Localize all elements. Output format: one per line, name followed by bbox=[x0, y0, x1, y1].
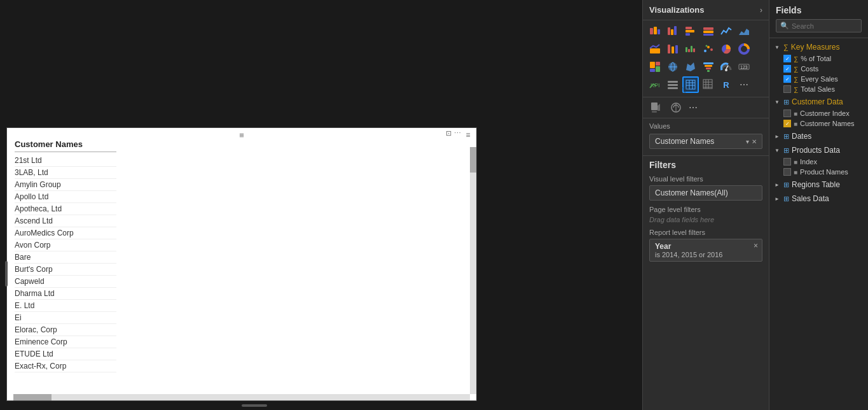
field-item[interactable]: ✓■Customer Names bbox=[769, 118, 868, 129]
field-item-checkbox[interactable] bbox=[783, 168, 791, 176]
svg-rect-28 bbox=[656, 62, 660, 66]
scrollbar-thumb-v[interactable] bbox=[470, 147, 476, 173]
fields-title: Fields bbox=[776, 5, 862, 15]
field-item[interactable]: ■Index bbox=[769, 157, 868, 167]
more-icon[interactable]: ⋯ bbox=[454, 129, 461, 138]
r-script-icon[interactable]: R bbox=[718, 76, 734, 93]
fields-list: ▼∑Key Measures✓∑% of Total✓∑Costs✓∑Every… bbox=[769, 38, 868, 410]
customer-names-chip[interactable]: Customer Names ▾ ✕ bbox=[649, 134, 762, 149]
field-item[interactable]: ■Product Names bbox=[769, 167, 868, 177]
table-visual[interactable]: ≡ ≡ ⊡ ⋯ Customer Names 21st Ltd3LAB, Ltd… bbox=[6, 127, 477, 401]
report-filter-close[interactable]: × bbox=[754, 241, 758, 250]
field-item[interactable]: ∑Total Sales bbox=[769, 84, 868, 94]
field-group: ►⊞Regions Table bbox=[769, 178, 868, 191]
stacked-bar-h-icon[interactable] bbox=[682, 23, 699, 39]
svg-rect-8 bbox=[685, 33, 690, 36]
visual-top-icons: ⊡ ⋯ bbox=[446, 129, 461, 138]
field-item-type-icon: ■ bbox=[794, 120, 797, 127]
svg-rect-14 bbox=[668, 45, 670, 53]
field-item-checkbox[interactable] bbox=[783, 110, 791, 117]
slicer-icon[interactable] bbox=[665, 76, 681, 93]
field-item-name: Index bbox=[800, 158, 817, 166]
report-filter-chip[interactable]: Year is 2014, 2015 or 2016 × bbox=[649, 239, 762, 262]
chip-dropdown[interactable]: ▾ bbox=[746, 138, 749, 145]
field-item-checkbox[interactable]: ✓ bbox=[783, 65, 791, 73]
field-item[interactable]: ✓∑% of Total bbox=[769, 53, 868, 64]
svg-rect-46 bbox=[686, 80, 695, 89]
area-chart-icon[interactable] bbox=[736, 23, 752, 39]
resize-handle-bottom[interactable] bbox=[242, 404, 267, 407]
field-item-checkbox[interactable]: ✓ bbox=[783, 55, 791, 62]
field-item-checkbox[interactable] bbox=[783, 85, 791, 93]
format-paint-icon[interactable] bbox=[647, 99, 665, 117]
donut-chart-icon[interactable] bbox=[736, 41, 752, 57]
field-item-name: Customer Names bbox=[800, 120, 855, 127]
expand-icon[interactable]: ⊡ bbox=[446, 129, 451, 138]
svg-rect-7 bbox=[685, 30, 694, 32]
field-group-header[interactable]: ▼⊞Products Data bbox=[769, 144, 868, 157]
table-content: Customer Names 21st Ltd3LAB, LtdAmylin G… bbox=[7, 134, 476, 407]
table-row: Avon Corp bbox=[15, 239, 116, 251]
field-group: ▼⊞Products Data■Index■Product Names bbox=[769, 144, 868, 177]
viz-icons-container: 123 KPI ☞ R ⋯ bbox=[643, 20, 769, 97]
svg-rect-19 bbox=[691, 46, 692, 52]
gauge-icon[interactable] bbox=[718, 59, 734, 75]
field-item[interactable]: ✓∑Every Sales bbox=[769, 74, 868, 84]
field-group-type-icon: ⊞ bbox=[783, 146, 789, 155]
scrollbar-thumb-h[interactable] bbox=[13, 394, 52, 400]
pie-chart-icon[interactable] bbox=[718, 41, 734, 57]
ribbon-chart-icon[interactable] bbox=[665, 41, 681, 57]
treemap-icon[interactable] bbox=[647, 59, 663, 75]
viz-panel-header: Visualizations › bbox=[643, 0, 769, 20]
table-row: ETUDE Ltd bbox=[15, 348, 116, 360]
viz-panel-collapse-arrow[interactable]: › bbox=[760, 6, 762, 15]
waterfall-icon[interactable] bbox=[682, 41, 699, 57]
search-input[interactable] bbox=[792, 22, 857, 30]
field-item[interactable]: ✓∑Costs bbox=[769, 64, 868, 74]
field-item-checkbox[interactable]: ✓ bbox=[783, 120, 791, 127]
field-group-header[interactable]: ►⊞Sales Data bbox=[769, 192, 868, 205]
chip-close[interactable]: ✕ bbox=[752, 138, 757, 145]
hamburger-icon[interactable]: ≡ bbox=[462, 129, 474, 141]
more-visuals-icon[interactable]: ⋯ bbox=[736, 76, 752, 93]
svg-rect-45 bbox=[668, 87, 678, 89]
analytics-icon[interactable] bbox=[667, 99, 685, 117]
more-options-icon[interactable]: ⋯ bbox=[689, 102, 698, 113]
line-chart-icon[interactable] bbox=[718, 23, 734, 39]
table-row: Bare bbox=[15, 251, 116, 264]
field-item[interactable]: ■Customer Index bbox=[769, 108, 868, 118]
map-icon[interactable] bbox=[665, 59, 681, 75]
scrollbar-vertical[interactable] bbox=[470, 147, 476, 394]
100-bar-icon[interactable] bbox=[700, 23, 717, 39]
field-group-name: Key Measures bbox=[791, 43, 863, 52]
field-item-checkbox[interactable] bbox=[783, 158, 791, 166]
field-group-header[interactable]: ►⊞Regions Table bbox=[769, 178, 868, 191]
kpi-icon[interactable]: KPI bbox=[647, 76, 663, 93]
viz-icons-row-4: KPI ☞ R ⋯ bbox=[647, 76, 765, 93]
viz-icons-row-2 bbox=[647, 41, 765, 57]
card-icon[interactable]: 123 bbox=[736, 59, 752, 75]
visual-filter-chip[interactable]: Customer Names(All) bbox=[649, 185, 762, 201]
fields-search-bar[interactable]: 🔍 bbox=[776, 19, 862, 32]
field-item-name: Customer Index bbox=[800, 110, 850, 117]
field-group-header[interactable]: ►⊞Dates bbox=[769, 130, 868, 143]
table-viz-icon[interactable]: ☞ bbox=[682, 76, 699, 93]
stacked-bar-icon[interactable] bbox=[647, 23, 663, 39]
center-align-icon: ≡ bbox=[239, 129, 244, 141]
viz-bottom-row: ⋯ bbox=[643, 97, 769, 118]
resize-handle-left[interactable] bbox=[5, 261, 8, 286]
field-item-checkbox[interactable]: ✓ bbox=[783, 75, 791, 83]
clustered-bar-icon[interactable] bbox=[665, 23, 681, 39]
scrollbar-horizontal[interactable] bbox=[13, 394, 470, 400]
line-stacked-icon[interactable] bbox=[647, 41, 663, 57]
chip-actions: ▾ ✕ bbox=[746, 138, 757, 145]
filled-map-icon[interactable] bbox=[682, 59, 699, 75]
column-header: Customer Names bbox=[15, 139, 116, 152]
field-group-header[interactable]: ▼∑Key Measures bbox=[769, 41, 868, 53]
matrix-icon[interactable] bbox=[700, 76, 717, 93]
funnel-icon[interactable] bbox=[700, 59, 717, 75]
scatter-icon[interactable] bbox=[700, 41, 717, 57]
field-group-header[interactable]: ▼⊞Customer Data bbox=[769, 95, 868, 108]
field-item-name: Total Sales bbox=[801, 85, 835, 93]
canvas-area: ≡ ≡ ⊡ ⋯ Customer Names 21st Ltd3LAB, Ltd… bbox=[0, 0, 642, 410]
